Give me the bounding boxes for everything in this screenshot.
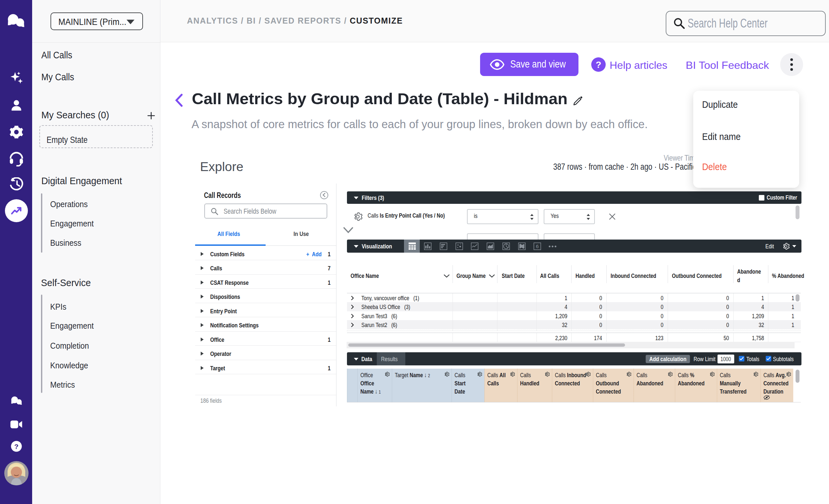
svg-text:6: 6 xyxy=(536,243,539,249)
svg-text:?: ? xyxy=(14,443,19,450)
